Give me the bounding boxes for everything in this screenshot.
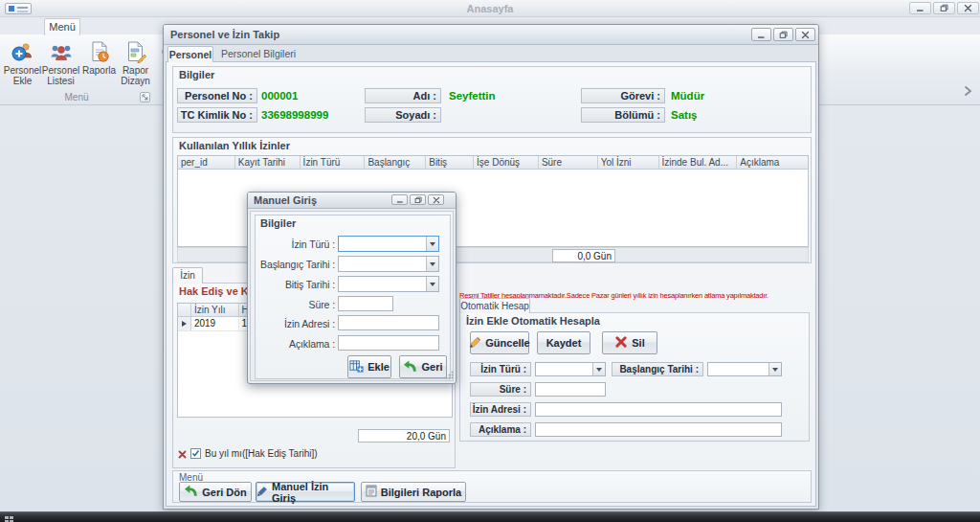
button-label: Geri [421,361,442,373]
button-label: Kaydet [546,337,582,349]
back-arrow-icon [184,484,198,500]
combo-dropdown-button[interactable] [768,363,781,375]
close-button[interactable] [957,2,979,14]
main-window-title: Anasayfa [0,3,980,14]
aciklama-input[interactable] [535,422,782,437]
bilgileri-raporla-button[interactable]: Bilgileri Raporla [361,482,466,502]
bu-yil-mi-checkbox[interactable] [190,448,201,459]
group-caption: İzin Ekle Otomatik Hesapla [466,315,600,327]
izin-turu-label: İzin Türü : [256,238,335,251]
sure-input[interactable] [338,296,393,311]
ribbon-scroll-icon[interactable] [961,84,974,98]
baslangic-tarihi-combo[interactable] [707,362,782,376]
total-days-box: 0,0 Gün [552,249,615,262]
izin-turu-combo[interactable] [338,236,439,252]
sure-label: Süre : [256,298,335,311]
button-label: Manuel İzin Giriş [272,481,354,504]
combo-dropdown-button[interactable] [426,277,438,291]
start-icon[interactable] [5,514,14,522]
button-label: Bilgileri Raporla [381,487,461,498]
ribbon-button-label: Raporla [82,65,116,76]
tab-otomatik-hesap[interactable]: Otomatik Hesap [459,298,530,313]
bitis-tarihi-combo[interactable] [338,276,439,292]
column-header-izin-yili[interactable]: İzin Yılı [191,304,239,316]
soyadi-label: Soyadı : [365,107,441,123]
resize-grip-icon[interactable] [445,370,454,381]
izin-turu-combo[interactable] [535,362,606,376]
group-caption: Bilgiler [179,69,214,80]
column-header-izin-turu[interactable]: İzin Türü [301,156,366,169]
baslangic-tarihi-combo[interactable] [338,256,439,272]
sure-input[interactable] [535,382,606,397]
manuel-giris-dialog: Manuel Giriş Bilgiler İzin Türü : Başlan… [247,192,457,384]
dialog-body: Bilgiler İzin Türü : Başlangıç Tarihi : … [250,211,454,381]
maximize-icon[interactable] [773,28,793,41]
ribbon-button-rapor-dizayn[interactable]: Rapor Dizayn [117,37,154,90]
ribbon-tab-menu[interactable]: Menü [44,18,80,35]
report-icon [88,39,111,64]
combo-dropdown-button[interactable] [426,237,438,251]
sil-button[interactable]: Sil [602,331,657,354]
tc-kimlik-value: 33698998999 [261,109,328,121]
minimize-button[interactable] [909,2,931,14]
minimize-icon[interactable] [751,28,771,41]
ribbon-button-raporla[interactable]: Raporla [80,37,118,90]
close-icon[interactable] [428,194,444,205]
column-header-ise-donus[interactable]: İşe Dönüş [474,156,539,169]
manuel-izin-giris-button[interactable]: Manuel İzin Giriş [256,482,355,502]
column-header-kayit-tarihi[interactable]: Kayıt Tarihi [235,156,301,169]
maximize-icon[interactable] [410,194,426,205]
ekle-button[interactable]: Ekle [347,355,391,378]
cell-izin-yili[interactable]: 2019 [191,317,239,330]
combo-dropdown-button[interactable] [592,363,605,375]
column-header-per-id[interactable]: per_id [178,156,235,169]
ribbon-group-label: Menü [4,92,149,102]
bitis-tarihi-label: Bitiş Tarihi : [256,278,335,291]
minimize-icon[interactable] [391,194,408,205]
clear-filter-icon[interactable] [177,449,187,459]
column-header-aciklama[interactable]: Açıklama [737,156,808,169]
menu-group: Menü Geri Dön Manuel İzin Giriş Bilgiler… [172,470,812,503]
dialog-titlebar[interactable]: Manuel Giriş [248,193,456,209]
guncelle-button[interactable]: Güncelle [470,331,529,354]
izin-adresi-input[interactable] [338,315,439,330]
button-label: Ekle [368,361,390,373]
dialog-bilgiler-group: Bilgiler İzin Türü : Başlangıç Tarihi : … [255,215,451,379]
column-header-bitis[interactable]: Bitiş [426,156,474,169]
aciklama-label: Açıklama : [470,422,531,437]
combo-dropdown-button[interactable] [426,257,438,271]
main-titlebar[interactable]: Anasayfa [0,0,980,17]
geri-don-button[interactable]: Geri Dön [179,482,252,502]
tab-izin[interactable]: İzin [172,267,203,284]
column-header-izinde-bul-ad[interactable]: İzinde Bul. Ad... [659,156,738,169]
ribbon-group-launcher-icon[interactable] [140,92,150,102]
window-titlebar[interactable]: Personel ve İzin Takip [164,25,818,45]
geri-button[interactable]: Geri [399,355,447,378]
maximize-button[interactable] [933,2,955,14]
kaydet-button[interactable]: Kaydet [537,331,590,354]
taskbar[interactable] [0,511,980,522]
ribbon-button-personel-listesi[interactable]: Personel Listesi [42,37,79,90]
column-header-yol-izni[interactable]: Yol İzni [598,156,659,169]
personel-no-label: Personel No : [177,88,257,103]
group-caption: Kullanılan Yıllık İzinler [179,140,290,151]
ribbon-button-personel-ekle[interactable]: Personel Ekle [4,37,41,90]
delete-icon [614,335,628,351]
people-icon [50,39,73,64]
baslangic-tarihi-label: Başlangıç Tarihi : [612,362,703,376]
baslangic-tarihi-label: Başlangıç Tarihi : [256,258,335,271]
tab-personel[interactable]: Personel [167,46,213,62]
chevron-down-icon [430,262,435,266]
pencil-icon [256,486,268,499]
column-header-baslangic[interactable]: Başlangıç [365,156,426,169]
column-header-sure[interactable]: Süre [539,156,598,169]
tab-personel-bilgileri[interactable]: Personel Bilgileri [215,46,301,62]
close-icon[interactable] [795,28,815,41]
group-caption: Bilgiler [260,217,296,229]
bolumu-label: Bölümü : [581,107,665,123]
checkbox-label: Bu yıl mı([Hak Ediş Tarihi]) [205,448,318,459]
izin-adresi-input[interactable] [535,402,782,417]
aciklama-input[interactable] [338,335,439,351]
back-arrow-icon [403,359,417,375]
ribbon-button-label: Personel Listesi [42,65,79,86]
